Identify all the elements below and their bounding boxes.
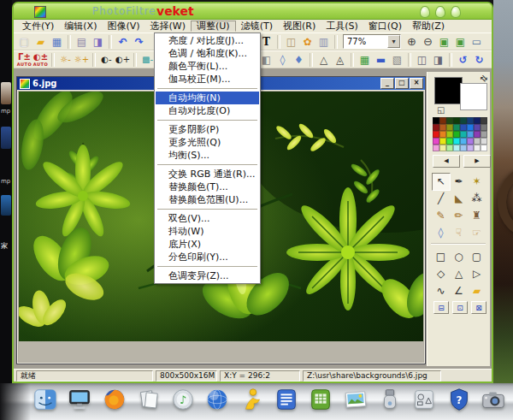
adjust-menu-item[interactable]: 伽马校正(M)... [156, 73, 259, 86]
menu-item[interactable]: 滤镜(T) [236, 21, 278, 32]
move-hand[interactable]: ☞ [469, 225, 486, 241]
zoom-out[interactable]: ⊖ [420, 33, 436, 50]
blur[interactable]: ◊ [274, 51, 291, 68]
color-swatch[interactable] [467, 131, 474, 138]
adjust-menu-item[interactable]: 双色(V)... [156, 212, 259, 225]
rgb-frame[interactable]: ▦ [357, 51, 373, 68]
menu-item[interactable]: 调整(U) [191, 21, 236, 32]
color-swatch[interactable] [446, 124, 453, 131]
rotate-left[interactable]: ↺ [455, 51, 471, 68]
color-swatch[interactable] [467, 145, 474, 151]
color-swatch[interactable] [433, 145, 439, 151]
image-minimize-button[interactable]: _ [380, 78, 394, 89]
select-lasso[interactable]: ∿ [433, 283, 450, 299]
color-swatch[interactable] [446, 117, 453, 124]
color-swatch[interactable] [460, 117, 467, 124]
color-swatch[interactable] [453, 131, 460, 138]
adjust-menu-item[interactable]: 替换颜色范围(U)... [156, 193, 259, 206]
color-swatch[interactable] [453, 117, 460, 124]
minimize-button[interactable] [420, 6, 430, 18]
magic-wand[interactable]: ✶ [469, 174, 486, 190]
word-processor-icon[interactable] [274, 386, 299, 413]
color-swatch[interactable] [467, 124, 474, 131]
select-triangle[interactable]: △ [451, 266, 468, 282]
selection-center[interactable]: ⊡ [452, 301, 468, 314]
no-frame[interactable]: ▧ [389, 51, 405, 68]
fill[interactable]: ◣ [451, 191, 468, 207]
finder-icon[interactable] [32, 386, 58, 413]
color-swatch[interactable] [474, 124, 481, 131]
color-swatch[interactable] [481, 131, 487, 138]
adjust-menu-item[interactable]: 抖动(W) [156, 225, 259, 238]
contrast-plus[interactable]: ◐+ [115, 51, 131, 68]
scan[interactable]: ◨ [90, 33, 106, 50]
zoom-select[interactable]: 77% ▾ [343, 34, 401, 49]
color-swatch[interactable] [433, 138, 439, 145]
adjust-menu-item[interactable]: 色调 / 饱和度(K)... [156, 47, 259, 60]
new-file[interactable]: ▢ [16, 33, 32, 50]
sharpen-more[interactable]: ◬ [332, 51, 348, 68]
color-swatch[interactable] [446, 131, 453, 138]
line[interactable]: ╱ [433, 191, 450, 207]
desktop-icon[interactable] [1, 82, 11, 104]
color-swatch[interactable] [467, 138, 474, 145]
menu-item[interactable]: 工具(S) [321, 21, 363, 32]
shadow-minus[interactable]: ☼- [57, 51, 74, 68]
color-swatch[interactable] [453, 145, 460, 151]
music-player-icon[interactable]: ♪ [170, 386, 196, 413]
adjust-menu-item[interactable]: 分色印刷(Y)... [156, 251, 259, 263]
print[interactable]: ▤ [74, 33, 90, 50]
duplicate[interactable]: ◫ [414, 51, 430, 68]
adjust-menu-item[interactable]: 交换 RGB 通道(R)... [156, 168, 259, 180]
desktop-icon[interactable] [1, 195, 11, 216]
prev-palette[interactable]: ◀ [433, 155, 460, 168]
window-titlebar[interactable]: PhotoFiltre veket [14, 3, 492, 20]
select-polygon[interactable]: ∠ [451, 283, 468, 299]
adjust-menu-item[interactable]: 亮度 / 对比度(J)... [156, 34, 259, 47]
color-swatch[interactable] [433, 124, 439, 131]
adjust-menu-item[interactable]: 底片(X) [156, 238, 259, 251]
usb-device-icon[interactable] [377, 386, 403, 413]
color-swatch[interactable] [439, 124, 446, 131]
close-button[interactable] [451, 6, 461, 18]
menu-item[interactable]: 文件(Y) [17, 21, 59, 32]
firefox-icon[interactable] [102, 386, 127, 413]
documents-icon[interactable] [136, 386, 162, 413]
airbrush[interactable]: ⁂ [469, 191, 486, 207]
color-swatch[interactable] [460, 124, 467, 131]
color-swatch[interactable] [446, 145, 453, 151]
internet-globe-icon[interactable] [204, 386, 230, 413]
select-ellipse[interactable]: ○ [451, 249, 468, 265]
full-screen[interactable]: ▭ [469, 33, 485, 50]
contrast-minus[interactable]: ◐- [98, 51, 115, 68]
open-folder[interactable]: ▰ [32, 33, 49, 50]
color-swatch[interactable] [474, 117, 481, 124]
shadow-plus[interactable]: ☼+ [74, 51, 90, 68]
color-swatch[interactable] [481, 117, 487, 124]
desktop-icon[interactable] [1, 127, 11, 149]
color-swatch[interactable] [467, 117, 474, 124]
image-close-button[interactable]: × [410, 78, 423, 89]
adjust-menu-item[interactable]: 自动均衡(N) [156, 92, 259, 104]
color-swatch[interactable] [439, 131, 446, 138]
blue-frame[interactable]: ▬ [373, 51, 389, 68]
my-computer-icon[interactable] [67, 386, 92, 413]
adjust-menu-item[interactable]: 颜色平衡(L)... [156, 60, 259, 73]
color-swatch[interactable] [481, 124, 487, 131]
color-swatch[interactable] [481, 145, 487, 151]
color-swatch[interactable] [439, 145, 446, 151]
color-swatch[interactable] [446, 138, 453, 145]
adjust-menu-item[interactable]: 色调变异(Z)... [156, 269, 259, 282]
redo[interactable]: ↷ [131, 33, 147, 50]
color-swatch[interactable] [474, 145, 481, 151]
contrast-auto[interactable]: ◐±AUTO [32, 51, 49, 68]
menu-item[interactable]: 选择(W) [145, 21, 191, 32]
color-swatch[interactable] [433, 131, 439, 138]
gamma-auto[interactable]: Γ±AUTO [16, 51, 32, 68]
photo-viewer-icon[interactable] [343, 386, 369, 413]
save[interactable]: ▦ [49, 33, 65, 50]
menu-item[interactable]: 视图(R) [278, 21, 321, 32]
image-maximize-button[interactable]: □ [395, 78, 409, 89]
color-swatch[interactable] [460, 138, 467, 145]
explorer[interactable]: ◫ [283, 33, 299, 50]
